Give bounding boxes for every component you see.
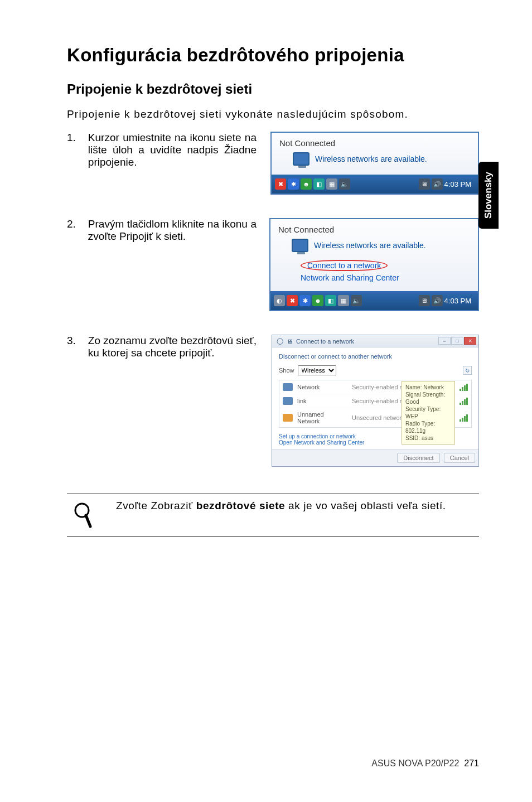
tray-icon: ◧ [325, 295, 336, 306]
page-footer: ASUS NOVA P20/P22 271 [371, 758, 479, 769]
screenshot-tooltip-not-connected: Not Connected Wireless networks are avai… [270, 132, 479, 195]
tooltip-message: Wireless networks are available. [315, 154, 427, 163]
dialog-titlebar: ◯ 🖥 Connect to a network – □ ✕ [272, 335, 478, 347]
footer-page-number: 271 [464, 758, 479, 768]
network-tooltip: Name: Network Signal Strength: Good Secu… [402, 381, 455, 445]
monitor-icon [292, 239, 308, 252]
wifi-icon [283, 414, 293, 422]
section-heading: Pripojenie k bezdrôtovej sieti [67, 81, 479, 97]
tray-icon: ▦ [326, 178, 337, 190]
tray-icon: ◐ [274, 295, 285, 306]
volume-icon: 🔈 [339, 178, 350, 190]
network-icon: 🖥 [419, 295, 430, 306]
note-text: Zvoľte Zobraziť bezdrôtové siete ak je v… [116, 500, 479, 512]
network-icon: 🖥 [419, 178, 430, 190]
wifi-icon [283, 383, 293, 391]
monitor-icon [293, 152, 309, 166]
minimize-button[interactable]: – [438, 337, 451, 345]
step-3: 3. Zo zoznamu zvoľte bezdrôtovú sieť, ku… [67, 335, 479, 467]
network-name: Unnamed Network [297, 411, 347, 424]
cancel-button[interactable]: Cancel [444, 453, 475, 463]
tray-icon: ▦ [338, 295, 349, 306]
network-name: Network [297, 384, 347, 390]
page-heading: Konfigurácia bezdrôtového pripojenia [67, 45, 479, 66]
bluetooth-icon: ✱ [299, 295, 311, 306]
disconnect-button[interactable]: Disconnect [397, 453, 439, 463]
step-body: Zo zoznamu zvoľte bezdrôtovú sieť, ku kt… [88, 335, 257, 359]
tray-icon: ☻ [312, 295, 323, 306]
footer-product: ASUS NOVA P20/P22 [371, 758, 459, 768]
step-body: Kurzor umiestnite na ikonu siete na lišt… [88, 132, 257, 168]
refresh-button[interactable]: ↻ [463, 366, 472, 375]
step-number: 2. [67, 218, 76, 243]
note-callout: Zvoľte Zobraziť bezdrôtové siete ak je v… [67, 494, 479, 537]
side-tab: Slovensky [478, 162, 499, 229]
screenshot-connect-dialog: ◯ 🖥 Connect to a network – □ ✕ Disconnec… [272, 335, 479, 467]
signal-bars-icon [460, 383, 468, 391]
close-button[interactable]: ✕ [464, 337, 476, 345]
volume-icon: 🔈 [351, 295, 362, 306]
magnifier-icon [74, 502, 94, 531]
dialog-title-icon: 🖥 [287, 338, 293, 345]
screenshot-context-menu: Not Connected Wireless networks are avai… [269, 218, 479, 311]
tooltip-title: Not Connected [279, 138, 470, 148]
menu-item-sharing-center[interactable]: Network and Sharing Center [301, 273, 470, 282]
tray-icon: ☻ [301, 178, 312, 190]
dialog-footer: Disconnect Cancel [272, 449, 478, 466]
taskbar-clock: 4:03 PM [444, 297, 475, 305]
tray-icon: ◧ [313, 178, 325, 190]
speaker-icon: 🔊 [432, 178, 443, 190]
dialog-title: Connect to a network [296, 338, 354, 345]
signal-bars-icon [460, 414, 468, 422]
speaker-icon: 🔊 [432, 295, 443, 306]
show-label: Show [279, 367, 294, 374]
network-name: link [297, 398, 347, 404]
tooltip-title: Not Connected [278, 225, 470, 234]
step-number: 1. [67, 132, 76, 168]
svg-line-1 [86, 515, 90, 526]
step-body: Pravým tlačidlom kliknite na ikonu a zvo… [88, 218, 257, 243]
bluetooth-icon: ✱ [288, 178, 299, 190]
step-1: 1. Kurzor umiestnite na ikonu siete na l… [67, 132, 479, 195]
context-menu: Connect to a network Network and Sharing… [301, 260, 470, 282]
menu-item-connect[interactable]: Connect to a network [301, 260, 470, 271]
tooltip-message: Wireless networks are available. [314, 241, 426, 250]
maximize-button[interactable]: □ [451, 337, 463, 345]
taskbar-clock: 4:03 PM [444, 180, 475, 189]
wifi-icon [283, 397, 293, 405]
signal-bars-icon [460, 397, 468, 405]
back-arrow-icon[interactable]: ◯ [277, 337, 283, 345]
step-number: 3. [67, 335, 76, 359]
tray-icon: ✖ [287, 295, 298, 306]
taskbar: ◐ ✖ ✱ ☻ ◧ ▦ 🔈 🖥 🔊 4:03 PM [270, 291, 478, 310]
step-2: 2. Pravým tlačidlom kliknite na ikonu a … [67, 218, 479, 311]
taskbar: ✖ ✱ ☻ ◧ ▦ 🔈 🖥 🔊 4:03 PM [272, 175, 478, 194]
show-dropdown[interactable]: Wireless [298, 365, 336, 375]
tray-icon: ✖ [275, 178, 286, 190]
intro-paragraph: Pripojenie k bezdrôtovej sieti vykonáte … [67, 108, 479, 120]
dialog-subtitle: Disconnect or connect to another network [279, 353, 472, 360]
